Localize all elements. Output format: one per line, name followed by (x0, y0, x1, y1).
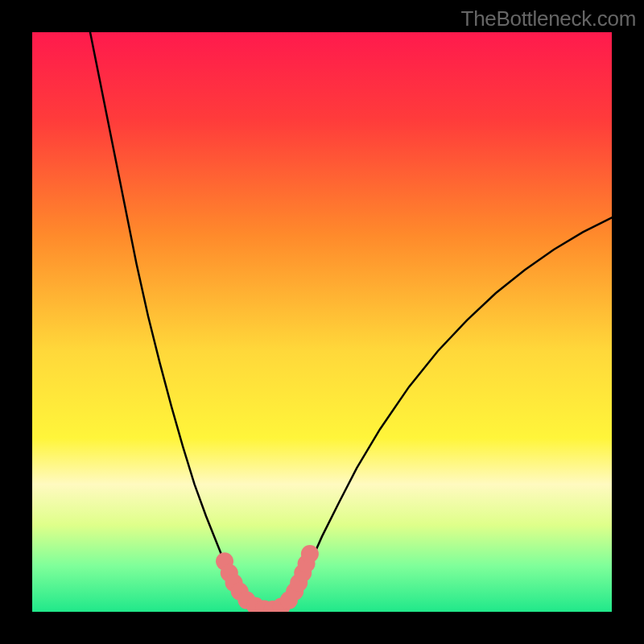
plot-area (32, 32, 612, 612)
gradient-background (32, 32, 612, 612)
chart-frame: TheBottleneck.com (0, 0, 644, 644)
marker-dot (301, 545, 319, 563)
chart-svg (32, 32, 612, 612)
watermark-text: TheBottleneck.com (461, 6, 636, 31)
